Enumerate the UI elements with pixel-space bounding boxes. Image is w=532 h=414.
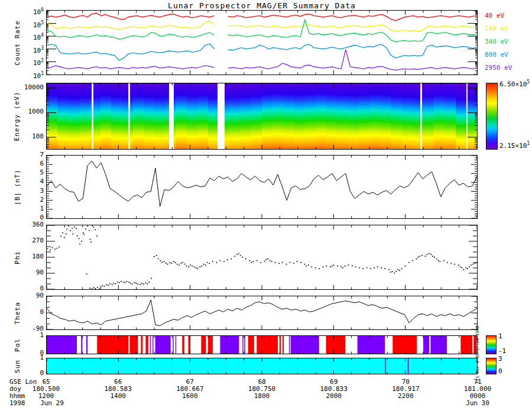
phi-dot bbox=[227, 259, 228, 260]
phi-dot bbox=[203, 264, 205, 265]
phi-dot bbox=[345, 266, 346, 267]
phi-dot bbox=[106, 284, 107, 286]
sun-colorbar bbox=[486, 358, 497, 374]
phi-dot bbox=[201, 266, 202, 267]
phi-dot bbox=[117, 282, 118, 283]
legend-2950-eV: 2950 eV bbox=[485, 64, 512, 72]
phi-dot bbox=[97, 287, 98, 288]
phi-dot bbox=[463, 269, 464, 270]
phi-dot bbox=[70, 230, 71, 231]
phi-dot bbox=[282, 262, 283, 263]
pol-segment bbox=[130, 336, 138, 354]
phi-dot bbox=[148, 282, 150, 283]
pol-segment bbox=[153, 336, 154, 354]
phi-dot bbox=[427, 254, 428, 255]
bmag-panel bbox=[46, 155, 478, 219]
pol-segment bbox=[47, 336, 77, 354]
phi-dot bbox=[109, 283, 111, 284]
series-140-eV bbox=[47, 21, 477, 32]
pol-segment bbox=[242, 336, 244, 354]
phi-dot bbox=[297, 261, 298, 262]
phi-dot bbox=[374, 267, 375, 269]
spectrogram-panel bbox=[46, 83, 478, 150]
phi-dot bbox=[93, 227, 94, 228]
pol-plot bbox=[47, 336, 477, 354]
phi-dot bbox=[311, 266, 312, 267]
legend-800-eV: 800 eV bbox=[485, 51, 508, 59]
phi-dot bbox=[89, 229, 90, 231]
phi-dot bbox=[145, 283, 146, 284]
phi-dot bbox=[140, 284, 141, 285]
pol-segment bbox=[173, 336, 174, 354]
phi-dot bbox=[388, 269, 390, 270]
phi-dot bbox=[91, 288, 92, 289]
phi-dot bbox=[238, 253, 239, 254]
phi-dot bbox=[112, 284, 113, 285]
phi-dot bbox=[171, 263, 172, 264]
xtick-hhmm: 1800 bbox=[233, 392, 290, 400]
phi-dot bbox=[472, 264, 473, 265]
phi-dot bbox=[81, 241, 82, 242]
phi-dot bbox=[359, 267, 360, 269]
xtick-hhmm: 0000 bbox=[449, 392, 506, 400]
xtick-hhmm: 2000 bbox=[306, 392, 362, 400]
exponent: 3 bbox=[41, 46, 44, 51]
phi-dot bbox=[458, 264, 459, 266]
sun-event-line bbox=[385, 358, 386, 374]
legend-340-eV: 340 eV bbox=[485, 38, 508, 46]
phi-dot bbox=[72, 228, 73, 229]
phi-dot bbox=[293, 263, 294, 264]
phi-dot bbox=[306, 266, 307, 267]
exponent: 4 bbox=[41, 33, 44, 38]
date-first-label: Jun 29 bbox=[24, 399, 80, 407]
phi-dot bbox=[234, 255, 235, 257]
count-rate-ytick: 103 bbox=[13, 44, 44, 54]
pol-segment bbox=[358, 336, 385, 354]
phi-dot bbox=[289, 262, 290, 263]
pol-segment bbox=[155, 336, 171, 354]
phi-dot bbox=[434, 257, 435, 258]
phi-dot bbox=[141, 283, 142, 284]
spectrogram-colorbar-max-label: 6.50×105 bbox=[499, 79, 530, 88]
phi-ytick: 270 bbox=[13, 237, 44, 244]
phi-dot bbox=[57, 248, 58, 249]
phi-dot bbox=[275, 262, 276, 263]
phi-dot bbox=[430, 254, 432, 255]
phi-dot bbox=[469, 266, 470, 267]
phi-dot bbox=[397, 269, 398, 270]
pol-segment bbox=[291, 336, 319, 354]
xtick-hhmm: 1400 bbox=[90, 392, 147, 400]
energy-ytick: 10000 bbox=[13, 83, 44, 91]
exponent: 1 bbox=[41, 71, 44, 76]
phi-dot bbox=[143, 283, 144, 284]
pol-segment bbox=[176, 336, 177, 354]
count-rate-ytick: 106 bbox=[13, 6, 44, 16]
pol-segment bbox=[97, 336, 128, 354]
phi-dot bbox=[160, 260, 161, 261]
series-800-eV bbox=[47, 44, 477, 60]
phi-dot bbox=[79, 238, 80, 239]
phi-dot bbox=[240, 255, 241, 256]
phi-dot bbox=[90, 241, 92, 242]
spectrogram-plot bbox=[47, 83, 477, 149]
bmag-ytick: 6 bbox=[13, 160, 44, 167]
pol-colorbar-min-label: -1 bbox=[498, 347, 506, 355]
exponent: 2 bbox=[41, 58, 44, 63]
phi-ytick: 90 bbox=[13, 269, 44, 276]
theta-panel bbox=[46, 296, 478, 330]
phi-dot bbox=[47, 248, 48, 250]
phi-dot bbox=[377, 266, 378, 267]
phi-dot bbox=[154, 256, 155, 257]
pol-segment bbox=[201, 336, 206, 354]
phi-dot bbox=[102, 285, 103, 286]
phi-dot bbox=[83, 232, 84, 234]
phi-dot bbox=[270, 260, 271, 261]
phi-dot bbox=[352, 266, 353, 267]
phi-dot bbox=[209, 263, 210, 264]
count-rate-ytick: 101 bbox=[13, 70, 44, 80]
xtick-hhmm: 1200 bbox=[18, 392, 74, 400]
sun-event-line bbox=[408, 358, 409, 374]
phi-dot bbox=[260, 262, 261, 263]
phi-dot bbox=[196, 267, 197, 269]
phi-dot bbox=[96, 235, 98, 237]
